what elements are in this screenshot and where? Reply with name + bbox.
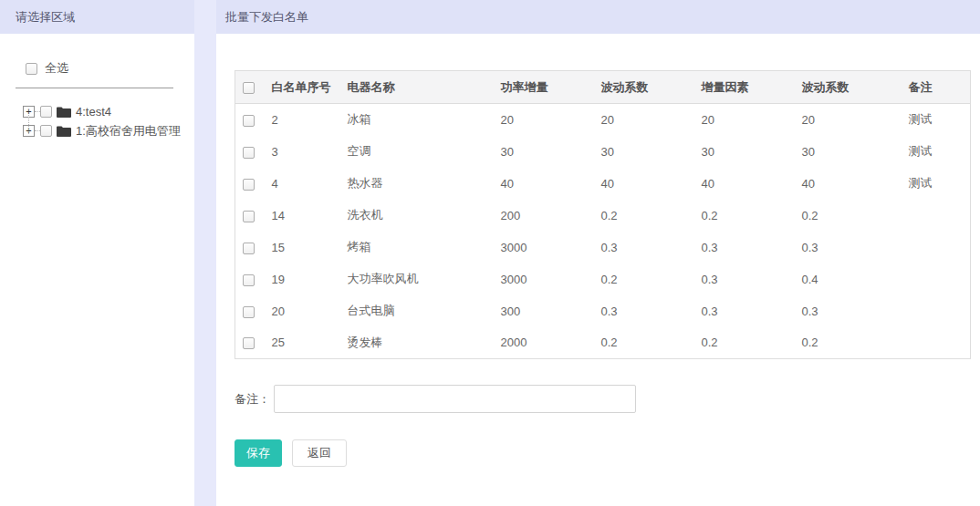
table-cell: 烤箱 bbox=[340, 232, 494, 263]
table-cell: 200 bbox=[494, 200, 594, 232]
table-cell: 0.3 bbox=[594, 295, 694, 327]
row-checkbox-cell bbox=[235, 295, 265, 327]
remark-label: 备注： bbox=[235, 391, 270, 408]
table-cell: 40 bbox=[795, 168, 902, 200]
tree-node-label[interactable]: 1:高校宿舍用电管理 bbox=[76, 123, 181, 139]
region-tree: + 4:test4 + 1:高校宿舍用电管理 bbox=[23, 102, 194, 140]
table-cell: 0.3 bbox=[694, 295, 795, 327]
table-cell: 测试 bbox=[902, 104, 971, 136]
table-cell: 0.3 bbox=[594, 232, 694, 263]
row-checkbox[interactable] bbox=[243, 337, 255, 349]
table-row: 4热水器40404040测试 bbox=[235, 168, 971, 200]
table-cell: 15 bbox=[265, 232, 340, 263]
table-cell bbox=[902, 232, 971, 263]
table-cell: 300 bbox=[494, 295, 594, 327]
row-checkbox[interactable] bbox=[243, 147, 255, 159]
row-checkbox[interactable] bbox=[243, 274, 255, 286]
folder-icon bbox=[57, 107, 71, 118]
table-cell: 0.2 bbox=[795, 200, 902, 232]
whitelist-table: 白名单序号电器名称功率增量波动系数增量因素波动系数备注 2冰箱20202020测… bbox=[235, 70, 971, 359]
row-checkbox[interactable] bbox=[243, 179, 255, 191]
tree-node-label[interactable]: 4:test4 bbox=[76, 105, 111, 119]
table-cell: 2000 bbox=[494, 327, 594, 359]
table-cell: 30 bbox=[594, 136, 694, 168]
table-cell: 测试 bbox=[902, 136, 971, 168]
table-cell: 40 bbox=[594, 168, 694, 200]
select-all-rows-checkbox[interactable] bbox=[243, 82, 255, 94]
table-cell: 3000 bbox=[494, 232, 594, 263]
table-cell: 洗衣机 bbox=[340, 200, 494, 232]
table-cell: 4 bbox=[265, 168, 340, 200]
row-checkbox-cell bbox=[235, 136, 265, 168]
table-cell: 0.3 bbox=[694, 263, 795, 295]
table-cell: 0.3 bbox=[795, 232, 902, 263]
table-cell: 20 bbox=[494, 104, 594, 136]
row-checkbox[interactable] bbox=[243, 115, 255, 127]
column-header: 白名单序号 bbox=[265, 71, 340, 104]
remark-input[interactable] bbox=[274, 385, 636, 413]
table-cell: 0.3 bbox=[795, 295, 902, 327]
table-cell: 0.3 bbox=[694, 232, 795, 263]
table-cell: 测试 bbox=[902, 168, 971, 200]
table-cell bbox=[902, 263, 971, 295]
table-cell: 25 bbox=[265, 327, 340, 359]
select-all-checkbox[interactable] bbox=[26, 63, 37, 75]
table-cell: 0.2 bbox=[594, 200, 694, 232]
tree-node-checkbox[interactable] bbox=[40, 125, 52, 137]
back-button[interactable]: 返回 bbox=[292, 439, 347, 467]
table-cell: 40 bbox=[694, 168, 795, 200]
table-cell: 空调 bbox=[340, 136, 494, 168]
sidebar-divider bbox=[16, 88, 173, 88]
panel-gap bbox=[194, 0, 216, 506]
table-cell: 14 bbox=[265, 200, 340, 232]
page-title: 批量下发白名单 bbox=[216, 0, 980, 34]
table-row: 14洗衣机2000.20.20.2 bbox=[235, 200, 971, 232]
row-checkbox-cell bbox=[235, 168, 265, 200]
select-all-label[interactable]: 全选 bbox=[45, 60, 68, 77]
table-cell bbox=[902, 327, 971, 359]
column-header: 电器名称 bbox=[340, 71, 494, 104]
select-all-row: 全选 bbox=[26, 61, 194, 76]
column-header: 备注 bbox=[902, 71, 971, 104]
table-row: 2冰箱20202020测试 bbox=[235, 104, 971, 136]
table-cell: 20 bbox=[795, 104, 902, 136]
table-cell: 2 bbox=[265, 104, 340, 136]
table-row: 15烤箱30000.30.30.3 bbox=[235, 232, 971, 263]
table-cell: 40 bbox=[494, 168, 594, 200]
table-cell: 台式电脑 bbox=[340, 295, 494, 327]
row-checkbox[interactable] bbox=[243, 211, 255, 222]
table-cell: 3 bbox=[265, 136, 340, 168]
table-cell: 20 bbox=[694, 104, 795, 136]
row-checkbox-cell bbox=[235, 200, 265, 232]
region-sidebar: 请选择区域 全选 + 4:test4 + bbox=[0, 0, 194, 506]
row-checkbox[interactable] bbox=[243, 306, 255, 318]
row-checkbox[interactable] bbox=[243, 243, 255, 254]
table-row: 19大功率吹风机30000.20.30.4 bbox=[235, 263, 971, 295]
row-checkbox-cell bbox=[235, 263, 265, 295]
table-cell: 0.4 bbox=[795, 263, 902, 295]
table-cell: 冰箱 bbox=[340, 104, 494, 136]
sidebar-title: 请选择区域 bbox=[0, 0, 194, 34]
table-cell: 19 bbox=[265, 263, 340, 295]
row-checkbox-cell bbox=[235, 232, 265, 263]
tree-connector-line bbox=[28, 115, 29, 134]
table-cell: 0.2 bbox=[694, 327, 795, 359]
remark-row: 备注： bbox=[235, 385, 980, 413]
folder-icon bbox=[57, 126, 71, 137]
row-checkbox-cell bbox=[235, 327, 265, 359]
table-cell: 0.2 bbox=[594, 327, 694, 359]
table-cell: 30 bbox=[494, 136, 594, 168]
main-panel: 批量下发白名单 白名单序号电器名称功率增量波动系数增量因素波动系数备注 2冰箱2… bbox=[216, 0, 980, 506]
save-button[interactable]: 保存 bbox=[235, 439, 282, 467]
tree-node-dorm-power: + 1:高校宿舍用电管理 bbox=[23, 121, 194, 140]
table-cell: 烫发棒 bbox=[340, 327, 494, 359]
table-cell: 0.2 bbox=[795, 327, 902, 359]
table-cell: 30 bbox=[795, 136, 902, 168]
tree-node-test4: + 4:test4 bbox=[23, 102, 194, 121]
table-cell bbox=[902, 200, 971, 232]
table-header-row: 白名单序号电器名称功率增量波动系数增量因素波动系数备注 bbox=[235, 71, 971, 104]
table-row: 20台式电脑3000.30.30.3 bbox=[235, 295, 971, 327]
tree-node-checkbox[interactable] bbox=[40, 106, 52, 118]
main-body: 白名单序号电器名称功率增量波动系数增量因素波动系数备注 2冰箱20202020测… bbox=[216, 34, 980, 467]
table-cell bbox=[902, 295, 971, 327]
